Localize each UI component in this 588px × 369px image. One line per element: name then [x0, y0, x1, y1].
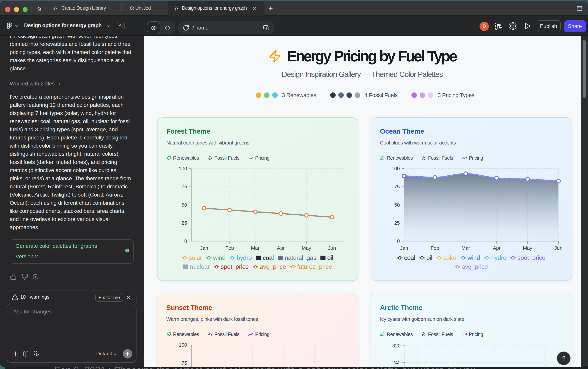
svg-text:75: 75: [181, 184, 187, 189]
svg-text:25: 25: [181, 220, 187, 226]
svg-text:Mar: Mar: [462, 245, 470, 251]
svg-text:May: May: [302, 245, 311, 251]
svg-text:Mar: Mar: [251, 245, 260, 251]
svg-text:Jun: Jun: [328, 245, 336, 251]
svg-text:240: 240: [392, 360, 400, 365]
svg-text:May: May: [523, 245, 532, 251]
svg-text:Apr: Apr: [277, 245, 284, 251]
svg-text:Jan: Jan: [400, 245, 408, 251]
svg-text:Feb: Feb: [431, 245, 439, 251]
svg-text:Feb: Feb: [225, 245, 234, 251]
svg-text:100: 100: [391, 166, 400, 171]
svg-text:100: 100: [178, 342, 187, 348]
svg-text:Apr: Apr: [493, 245, 501, 251]
svg-text:75: 75: [394, 184, 400, 189]
svg-text:100: 100: [178, 166, 187, 171]
svg-text:320: 320: [392, 343, 400, 349]
svg-text:25: 25: [394, 220, 400, 226]
svg-text:Jan: Jan: [200, 245, 208, 251]
svg-text:50: 50: [181, 202, 187, 208]
svg-text:50: 50: [394, 202, 400, 208]
svg-text:0: 0: [184, 239, 187, 244]
svg-text:75: 75: [181, 360, 187, 366]
svg-text:0: 0: [397, 239, 400, 244]
svg-text:Jun: Jun: [554, 245, 562, 251]
